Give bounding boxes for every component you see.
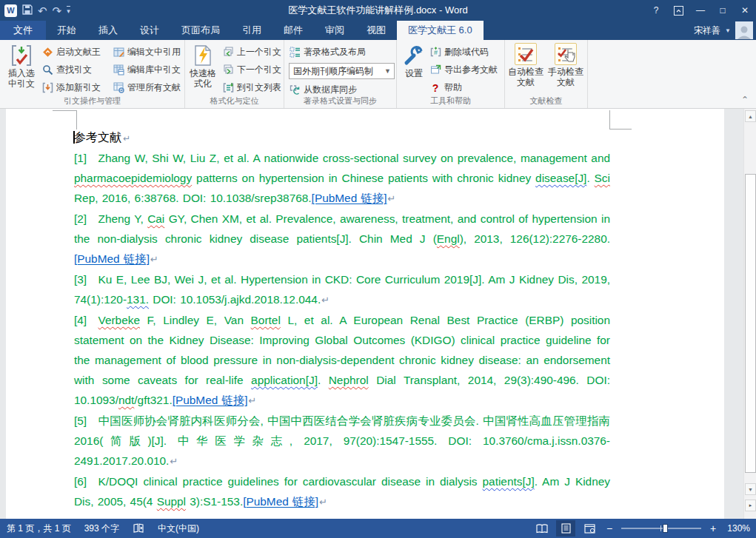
reference-text: Engl <box>437 232 460 245</box>
zoom-out-button[interactable]: − <box>603 522 615 534</box>
paragraph-mark: ↵ <box>319 497 327 508</box>
references-heading: 参考文献↵ <box>74 127 610 148</box>
insert-selected-citation-button[interactable]: 插入选中引文 <box>4 43 39 89</box>
citation-style-layout-button[interactable]: 著录格式及布局 <box>289 44 395 60</box>
citation-style-dropdown[interactable]: 国外期刊顺序编码制 ▼ <box>289 63 395 79</box>
delete-field-codes-button[interactable]: # 删除域代码 <box>429 44 498 60</box>
previous-citation-button[interactable]: 上一个引文 <box>222 44 281 60</box>
paragraph-mark: ↵ <box>321 295 330 306</box>
auto-check-references-button[interactable]: 自动检查文献 <box>506 43 545 87</box>
word-count[interactable]: 393 个字 <box>84 522 119 535</box>
next-citation-button[interactable]: 下一个引文 <box>222 62 281 78</box>
ribbon-tab-row: 文件 开始 插入 设计 页面布局 引用 邮件 审阅 视图 医学文献王 6.0 宋… <box>0 21 756 40</box>
save-icon[interactable] <box>22 4 33 16</box>
reference-text: [6] K/DOQI clinical practice guidelines … <box>74 475 483 488</box>
tab-medref-king[interactable]: 医学文献王 6.0 <box>397 21 484 40</box>
reference-text: disease[J] <box>535 172 586 184</box>
tab-design[interactable]: 设计 <box>129 21 170 40</box>
collapse-ribbon-icon[interactable]: ⌃ <box>741 95 749 105</box>
edit-library-citation-button[interactable]: 编辑库中引文 <box>113 62 181 78</box>
zoom-in-button[interactable]: + <box>707 522 719 534</box>
group-format-navigate: 快速格式化 上一个引文 下一个引文 <box>185 40 284 108</box>
reference-text: pharmacoepidemiology <box>74 172 192 184</box>
reference-text: DOI: 10.1053/j.ajkd.2018.12.044. <box>149 293 321 306</box>
print-layout-button[interactable] <box>556 520 575 537</box>
window-title: 医学文献王软件功能讲解样例.docx - Word <box>0 4 756 17</box>
tab-file[interactable]: 文件 <box>0 21 46 40</box>
maximize-button[interactable]: □ <box>712 0 734 21</box>
next-citation-icon <box>222 64 234 76</box>
scroll-up-button[interactable]: ▲ <box>745 110 756 122</box>
goto-citation-list-button[interactable]: 到引文列表 <box>222 80 281 95</box>
quick-access-toolbar: W ↶ ↷ ▾ <box>0 4 70 17</box>
undo-icon[interactable]: ↶ <box>38 5 47 16</box>
read-mode-button[interactable] <box>532 520 552 537</box>
tab-insert[interactable]: 插入 <box>87 21 129 40</box>
reference-text: Bortel <box>251 314 281 326</box>
group-citation-management: 插入选中引文 启动文献王 查找引文 <box>0 40 185 108</box>
pubmed-link[interactable]: [PubMed 链接] <box>312 192 387 204</box>
redo-icon[interactable]: ↷ <box>53 5 62 16</box>
export-icon <box>429 64 441 76</box>
quick-format-button[interactable]: 快速格式化 <box>188 43 218 89</box>
help-icon: ? <box>429 82 441 94</box>
manage-references-icon <box>113 82 124 94</box>
add-citation-icon <box>41 82 53 94</box>
help-button[interactable]: ? <box>645 0 667 21</box>
proofing-status-icon[interactable] <box>133 523 144 534</box>
web-layout-button[interactable] <box>580 520 599 537</box>
settings-button[interactable]: 设置 <box>403 43 425 78</box>
tab-view[interactable]: 视图 <box>355 21 397 40</box>
ribbon-display-options-icon[interactable] <box>667 0 689 21</box>
reference-text: Verbeke <box>98 314 140 326</box>
tab-mailings[interactable]: 邮件 <box>272 21 314 40</box>
text-cursor <box>73 131 75 144</box>
title-bar: W ↶ ↷ ▾ 医学文献王软件功能讲解样例.docx - Word ? — □ … <box>0 0 756 21</box>
tab-review[interactable]: 审阅 <box>314 21 355 40</box>
word-app-icon[interactable]: W <box>4 4 17 17</box>
tab-references[interactable]: 引用 <box>231 21 272 40</box>
next-page-button[interactable]: ▸ <box>745 500 756 511</box>
paragraph-mark: ↵ <box>388 193 396 204</box>
reference-text: [1] Zhang W, Shi W, Liu Z, et al. A nati… <box>74 152 610 164</box>
sync-icon <box>289 84 301 96</box>
launch-refking-button[interactable]: 启动文献王 <box>41 44 101 60</box>
word-window: W ↶ ↷ ▾ 医学文献王软件功能讲解样例.docx - Word ? — □ … <box>0 0 756 538</box>
customize-quick-access-icon[interactable]: ▾ <box>67 6 70 15</box>
pubmed-link[interactable]: [PubMed 链接] <box>173 394 248 406</box>
settings-wrench-icon <box>404 43 424 68</box>
export-references-button[interactable]: 导出参考文献 <box>429 62 498 78</box>
paragraph-mark: ↵ <box>150 254 158 265</box>
minimize-button[interactable]: — <box>689 0 712 21</box>
document-area: 参考文献↵ [1] Zhang W, Shi W, Liu Z, et al. … <box>0 109 756 519</box>
pubmed-link[interactable]: [PubMed 链接] <box>243 495 318 508</box>
pubmed-link[interactable]: [PubMed 链接] <box>74 252 150 265</box>
vertical-scrollbar[interactable]: ▲ ▼ ▸ <box>743 109 756 519</box>
help-button-ribbon[interactable]: ? 帮助 <box>429 80 498 95</box>
manual-check-references-button[interactable]: 手动检查文献 <box>546 43 585 87</box>
page-indicator[interactable]: 第 1 页，共 1 页 <box>7 522 71 535</box>
close-button[interactable]: ✕ <box>734 0 756 21</box>
avatar[interactable] <box>735 21 753 39</box>
language-indicator[interactable]: 中文(中国) <box>158 522 199 535</box>
style-layout-icon <box>289 47 301 58</box>
document-content: 参考文献↵ [1] Zhang W, Shi W, Liu Z, et al. … <box>74 127 610 512</box>
tab-page-layout[interactable]: 页面布局 <box>170 21 231 40</box>
margin-crop-mark <box>609 110 632 130</box>
scroll-down-button[interactable]: ▼ <box>745 483 756 495</box>
group-style-sync: 著录格式及布局 国外期刊顺序编码制 ▼ 从数据库同步 著录格式设置与同步 <box>284 40 397 108</box>
manage-all-references-button[interactable]: 管理所有文献 <box>113 80 181 95</box>
group-label: 著录格式设置与同步 <box>284 95 396 107</box>
user-dropdown-icon[interactable]: ▼ <box>725 27 731 34</box>
zoom-slider[interactable] <box>621 528 701 529</box>
add-new-citation-button[interactable]: 添加新引文 <box>41 80 101 95</box>
user-name[interactable]: 宋祥善 <box>694 24 720 37</box>
edit-intext-citation-button[interactable]: 编辑文中引用 <box>113 44 181 60</box>
tab-home[interactable]: 开始 <box>46 21 87 40</box>
scrollbar-thumb[interactable] <box>745 174 756 473</box>
zoom-slider-thumb[interactable] <box>663 524 668 533</box>
find-citation-button[interactable]: 查找引文 <box>41 62 101 78</box>
reference-text: ), 2013, 126(12):2276-2280. <box>460 232 610 245</box>
document-page[interactable]: 参考文献↵ [1] Zhang W, Shi W, Liu Z, et al. … <box>6 109 724 519</box>
zoom-level[interactable]: 130% <box>723 523 750 534</box>
